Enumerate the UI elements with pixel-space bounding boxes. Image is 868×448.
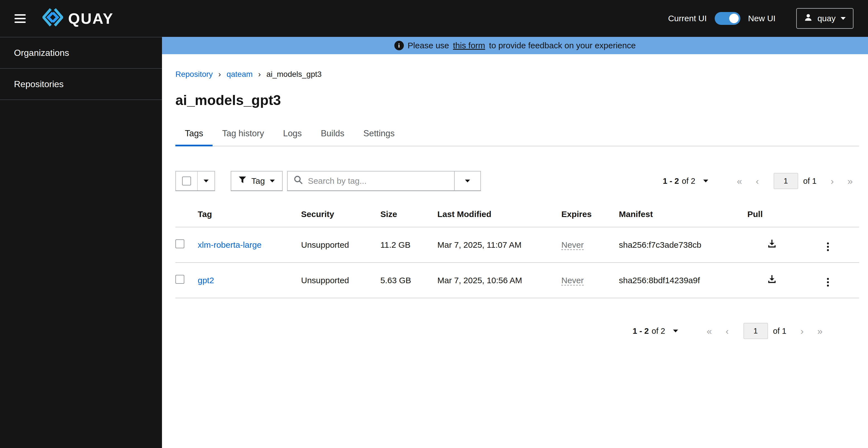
user-icon [804,13,812,24]
pagination-menu-toggle[interactable]: 1 - 2 of 2 [663,177,708,186]
first-page-button[interactable]: « [731,176,748,186]
pagination-total: of 2 [652,327,665,336]
search-input[interactable] [308,176,448,186]
tag-link[interactable]: gpt2 [198,276,214,285]
search-box [287,171,455,191]
column-header-tag: Tag [198,203,301,227]
current-page-input[interactable] [743,323,768,339]
tab-tag-history[interactable]: Tag history [213,122,273,146]
tab-builds[interactable]: Builds [311,122,354,146]
chevron-down-icon [703,180,708,182]
table-row: gpt2 Unsupported 5.63 GB Mar 7, 2025, 10… [176,263,859,298]
page-count-label: of 1 [773,327,786,336]
page-count-label: of 1 [803,177,816,186]
tag-link[interactable]: xlm-roberta-large [198,240,261,249]
search-group [287,171,481,191]
row-checkbox[interactable] [176,275,184,284]
tab-settings[interactable]: Settings [354,122,404,146]
sidebar-nav: Organizations Repositories [0,37,162,448]
expires-value[interactable]: Never [561,276,584,286]
content: Repository › qateam › ai_models_gpt3 ai_… [162,54,868,339]
hamburger-menu-icon[interactable] [12,12,28,25]
tab-label: Tags [185,128,203,138]
last-modified: Mar 7, 2025, 10:56 AM [437,276,522,285]
tag-size: 5.63 GB [380,276,411,285]
column-header-expires: Expires [561,203,619,227]
user-menu-dropdown[interactable]: quay [796,8,854,29]
pagination-nav: « ‹ of 1 › » [731,173,859,189]
current-page-input[interactable] [774,173,798,189]
column-header-pull: Pull [747,203,797,227]
search-options-dropdown[interactable] [454,171,481,191]
main-area: i Please use this form to provide feedba… [162,37,868,448]
pagination-nav: « ‹ of 1 › » [701,323,829,339]
table-row: xlm-roberta-large Unsupported 11.2 GB Ma… [176,227,859,263]
banner-text-suffix: to provide feedback on your experience [489,41,636,50]
filter-type-dropdown[interactable]: Tag [231,171,283,191]
info-icon: i [394,41,404,50]
tab-label: Settings [363,128,395,138]
download-icon[interactable] [767,274,777,284]
pagination-range: 1 - 2 [663,177,679,186]
last-page-button[interactable]: » [841,176,859,186]
row-checkbox[interactable] [176,239,184,248]
tab-tags[interactable]: Tags [176,122,213,146]
quay-logo[interactable]: QUAY [42,7,114,30]
tab-label: Tag history [222,128,264,138]
previous-page-button[interactable]: ‹ [748,176,766,186]
next-page-button[interactable]: › [793,326,811,336]
next-page-button[interactable]: › [823,176,841,186]
security-status: Unsupported [301,240,349,249]
previous-page-button[interactable]: ‹ [718,326,736,336]
chevron-down-icon [204,180,209,182]
chevron-down-icon [270,180,275,182]
select-all-checkbox[interactable] [182,177,191,185]
search-icon [294,175,303,186]
pagination-menu-toggle[interactable]: 1 - 2 of 2 [632,327,678,336]
breadcrumb-repository-link[interactable]: Repository [176,70,213,79]
header-checkbox-spacer [176,203,198,227]
page-title: ai_models_gpt3 [176,92,859,108]
feedback-banner: i Please use this form to provide feedba… [162,37,868,54]
tags-toolbar: Tag 1 - 2 [176,171,859,191]
ui-version-toggle[interactable] [715,12,740,25]
chevron-right-icon: › [258,70,261,78]
manifest-digest: sha256:8bdf14239a9f [619,276,700,285]
column-header-security: Security [301,203,380,227]
chevron-down-icon [465,180,470,182]
tab-logs[interactable]: Logs [273,122,311,146]
last-modified: Mar 7, 2025, 11:07 AM [437,240,521,249]
filter-icon [239,176,246,186]
kebab-menu-icon[interactable] [824,241,832,253]
toggle-knob [729,14,739,23]
kebab-menu-icon[interactable] [824,276,832,288]
column-header-last-modified: Last Modified [437,203,561,227]
column-header-size: Size [380,203,437,227]
tab-label: Logs [283,128,302,138]
new-ui-label: New UI [748,14,776,23]
feedback-form-link[interactable]: this form [453,41,485,50]
breadcrumb-current: ai_models_gpt3 [267,70,322,79]
chevron-down-icon [673,330,678,332]
download-icon[interactable] [767,239,777,248]
tab-label: Builds [321,128,344,138]
last-page-button[interactable]: » [811,326,829,336]
breadcrumb: Repository › qateam › ai_models_gpt3 [176,70,859,79]
pagination-total: of 2 [682,177,695,186]
first-page-button[interactable]: « [701,326,718,336]
bulk-select-dropdown[interactable] [176,171,215,191]
expires-value[interactable]: Never [561,240,584,250]
column-header-actions [797,203,859,227]
tag-size: 11.2 GB [380,240,410,249]
sidebar-item-organizations[interactable]: Organizations [0,37,162,69]
chevron-down-icon [841,17,846,20]
pagination-top: 1 - 2 of 2 « ‹ of 1 › » [663,173,859,189]
sidebar-item-repositories[interactable]: Repositories [0,69,162,100]
manifest-digest: sha256:f7c3ade738cb [619,240,701,249]
pagination-range: 1 - 2 [632,327,649,336]
security-status: Unsupported [301,276,349,285]
top-header-bar: QUAY Current UI New UI quay [0,0,868,37]
breadcrumb-org-link[interactable]: qateam [226,70,252,79]
user-name: quay [817,14,836,23]
pagination-bottom: 1 - 2 of 2 « ‹ of 1 › » [632,323,829,339]
